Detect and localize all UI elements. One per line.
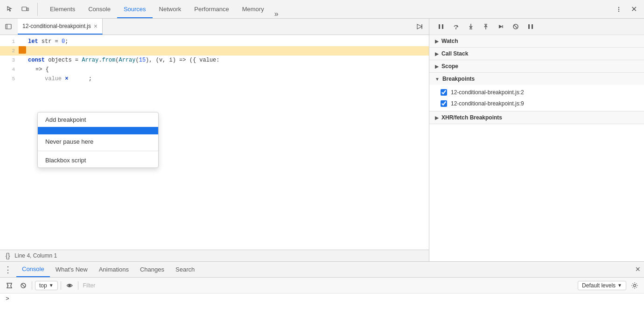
context-value: top [39, 282, 47, 289]
tab-sources[interactable]: Sources [117, 0, 153, 18]
svg-rect-0 [22, 7, 27, 11]
svg-point-4 [618, 10, 619, 11]
file-tab[interactable]: 12-conditional-breakpoint.js × [18, 19, 103, 35]
context-selector[interactable]: top ▼ [35, 281, 58, 290]
context-menu-add-conditional[interactable] [38, 127, 158, 134]
xhr-breakpoints-section: ▶ XHR/fetch Breakpoints [429, 112, 644, 124]
console-tab-search[interactable]: Search [170, 262, 200, 277]
file-tab-close-button[interactable]: × [94, 22, 98, 30]
step-into-button[interactable] [465, 21, 477, 33]
breakpoints-section: ▼ Breakpoints 12-conditional-breakpoint.… [429, 73, 644, 112]
toolbar-divider-3 [78, 281, 78, 290]
file-tab-name: 12-conditional-breakpoint.js [22, 23, 91, 29]
step-button[interactable] [495, 21, 507, 33]
context-menu-never-pause[interactable]: Never pause here [38, 134, 158, 149]
console-tab-console[interactable]: Console [16, 262, 50, 277]
settings-button[interactable] [612, 3, 625, 16]
call-stack-label: Call Stack [441, 50, 468, 57]
watch-header[interactable]: ▶ Watch [429, 35, 644, 47]
breakpoint-item-1: 12-conditional-breakpoint.js:2 [429, 87, 644, 98]
file-tab-bar: 12-conditional-breakpoint.js × [0, 19, 429, 35]
call-stack-header[interactable]: ▶ Call Stack [429, 48, 644, 60]
step-over-button[interactable] [450, 21, 462, 33]
line-code-1: let str = 0; [26, 37, 429, 46]
pause-on-exceptions-button[interactable] [525, 21, 537, 33]
console-tab-whats-new[interactable]: What's New [50, 262, 93, 277]
console-settings-button[interactable] [629, 280, 640, 291]
context-menu-add-breakpoint[interactable]: Add breakpoint [38, 112, 158, 127]
svg-rect-5 [6, 24, 11, 29]
device-toolbar-button[interactable] [19, 3, 32, 16]
file-tab-actions [413, 20, 426, 33]
deactivate-breakpoints-button[interactable] [510, 21, 522, 33]
status-bar: {} Line 4, Column 1 [0, 250, 429, 261]
scope-header[interactable]: ▶ Scope [429, 60, 644, 72]
console-content[interactable]: > [0, 293, 644, 321]
sidebar-toggle-button[interactable] [3, 21, 14, 32]
tab-console[interactable]: Console [82, 0, 117, 18]
svg-point-26 [634, 284, 636, 286]
block-icon[interactable] [18, 280, 29, 291]
svg-rect-10 [442, 24, 443, 29]
clear-console-button[interactable] [4, 280, 15, 291]
toolbar-divider-1 [32, 281, 32, 290]
breakpoint-label-1: 12-conditional-breakpoint.js:2 [451, 89, 524, 96]
console-toolbar: top ▼ Default levels ▼ [0, 278, 644, 293]
scope-section: ▶ Scope [429, 60, 644, 73]
console-tab-animations[interactable]: Animations [93, 262, 134, 277]
default-levels-selector[interactable]: Default levels ▼ [578, 281, 626, 290]
breakpoints-content: 12-conditional-breakpoint.js:2 12-condit… [429, 85, 644, 111]
line-code-5: value × ; [26, 74, 429, 84]
tab-elements[interactable]: Elements [43, 0, 82, 18]
breakpoint-checkbox-2[interactable] [441, 100, 447, 107]
console-tab-changes[interactable]: Changes [134, 262, 170, 277]
breakpoints-label: Breakpoints [442, 76, 475, 82]
toolbar-divider-2 [61, 281, 61, 290]
devtools-main-area: 12-conditional-breakpoint.js × 1 let str… [0, 19, 644, 261]
code-line-3: 3 const objects = Array.from(Array(15), … [0, 56, 429, 65]
code-line-2: 2 [0, 46, 429, 56]
sources-panel: 12-conditional-breakpoint.js × 1 let str… [0, 19, 429, 261]
code-line-4: 4 => { [0, 65, 429, 74]
context-menu-blackbox[interactable]: Blackbox script [38, 153, 158, 167]
step-out-button[interactable] [480, 21, 492, 33]
console-tab-bar: ⋮ Console What's New Animations Changes … [0, 262, 644, 278]
inspect-element-button[interactable] [4, 3, 17, 16]
breakpoint-label-2: 12-conditional-breakpoint.js:9 [451, 100, 524, 107]
context-menu-divider [38, 151, 158, 151]
tab-performance[interactable]: Performance [188, 0, 235, 18]
close-devtools-button[interactable]: ✕ [627, 3, 640, 16]
format-file-button[interactable] [413, 20, 426, 33]
line-number-2: 2 [0, 46, 19, 56]
close-console-button[interactable]: × [635, 265, 640, 274]
console-prompt-symbol: > [6, 295, 9, 302]
right-panel: ▶ Watch ▶ Call Stack ▶ Scope ▼ Breakpoin… [429, 19, 644, 261]
svg-rect-20 [532, 24, 533, 29]
console-menu-button[interactable]: ⋮ [4, 265, 12, 275]
console-filter-input[interactable] [81, 281, 575, 290]
context-menu: Add breakpoint Never pause here Blackbox… [37, 112, 159, 168]
svg-rect-1 [27, 8, 28, 11]
format-icon: {} [6, 252, 10, 259]
breakpoints-header[interactable]: ▼ Breakpoints [429, 73, 644, 85]
pause-resume-button[interactable] [435, 21, 447, 33]
breakpoints-arrow: ▼ [435, 77, 440, 82]
call-stack-arrow: ▶ [435, 51, 439, 56]
svg-rect-9 [439, 24, 440, 29]
tab-network[interactable]: Network [153, 0, 188, 18]
tab-memory[interactable]: Memory [236, 0, 271, 18]
scope-arrow: ▶ [435, 64, 439, 69]
main-tab-list: Elements Console Sources Network Perform… [43, 0, 612, 18]
svg-point-2 [618, 7, 619, 7]
eye-icon[interactable] [64, 280, 75, 291]
context-arrow: ▼ [49, 283, 54, 288]
breakpoint-item-2: 12-conditional-breakpoint.js:9 [429, 98, 644, 109]
line-number-5: 5 [0, 74, 19, 84]
more-tabs-button[interactable]: » [271, 10, 282, 18]
breakpoint-checkbox-1[interactable] [441, 89, 447, 96]
devtools-topbar: Elements Console Sources Network Perform… [0, 0, 644, 19]
xhr-breakpoints-header[interactable]: ▶ XHR/fetch Breakpoints [429, 112, 644, 124]
topbar-right-actions: ✕ [612, 3, 640, 16]
default-levels-arrow: ▼ [617, 283, 622, 288]
bottom-panel: ⋮ Console What's New Animations Changes … [0, 261, 644, 321]
